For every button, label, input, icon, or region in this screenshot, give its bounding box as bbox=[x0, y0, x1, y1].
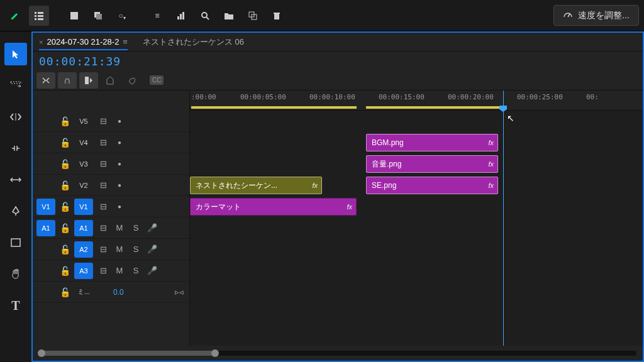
track-select-tool[interactable] bbox=[4, 74, 27, 97]
settings-button[interactable] bbox=[122, 72, 141, 89]
source-a1[interactable]: A1 bbox=[36, 220, 55, 236]
timeline-content[interactable]: :00:00 00:00:05:00 00:00:10:00 00:00:15:… bbox=[190, 90, 643, 346]
current-timecode[interactable]: 00:00:21:39 bbox=[39, 55, 121, 68]
nest-button[interactable] bbox=[36, 72, 55, 89]
selection-tool[interactable] bbox=[4, 43, 27, 65]
align-button[interactable]: ≡ bbox=[147, 6, 167, 26]
snap-button[interactable]: ∩ bbox=[58, 72, 77, 89]
voice-icon[interactable]: 🎤 bbox=[146, 265, 158, 277]
work-area-bar[interactable] bbox=[191, 106, 357, 109]
lock-icon[interactable]: 🔓 bbox=[59, 202, 70, 212]
track-headers: 🔓V5⊟ 🔓V4⊟ 🔓V3⊟ 🔓V2⊟ V1🔓V1⊟ A1🔓A1⊟MS🎤 🔓A2… bbox=[33, 90, 190, 346]
track-header-v4[interactable]: 🔓V4⊟ bbox=[33, 132, 189, 153]
tab-menu-icon[interactable]: ≡ bbox=[123, 37, 128, 47]
lock-icon[interactable]: 🔓 bbox=[59, 223, 70, 233]
tab-label: 2024-07-30 21-28-2 bbox=[47, 37, 119, 47]
toggle-output-icon[interactable]: ⊟ bbox=[97, 115, 109, 128]
tool-rail: T bbox=[0, 31, 31, 362]
tab-inactive-sequence[interactable]: ネストされたシーケンス 06 bbox=[143, 36, 244, 48]
delete-button[interactable] bbox=[267, 6, 287, 26]
bars-button[interactable] bbox=[171, 6, 191, 26]
clip-color-matte[interactable]: カラーマットfx bbox=[190, 198, 357, 216]
mute-button[interactable]: M bbox=[113, 265, 126, 277]
zoom-handle-left[interactable] bbox=[38, 349, 45, 357]
toggle-output-icon[interactable]: ⊟ bbox=[97, 179, 109, 192]
speed-adjust-button[interactable]: 速度を調整... bbox=[553, 5, 639, 26]
lock-icon[interactable]: 🔓 bbox=[59, 138, 70, 148]
playhead[interactable] bbox=[503, 90, 504, 346]
lock-icon[interactable]: 🔓 bbox=[59, 287, 70, 297]
insert-mode-icon[interactable] bbox=[5, 6, 25, 26]
lock-icon[interactable]: 🔓 bbox=[59, 159, 70, 169]
track-header-a3[interactable]: 🔓A3⊟MS🎤 bbox=[33, 260, 189, 282]
lock-icon[interactable]: 🔓 bbox=[59, 180, 70, 190]
track-header-v2[interactable]: 🔓V2⊟ bbox=[33, 175, 189, 196]
speed-label: 速度を調整... bbox=[578, 10, 630, 21]
voice-icon[interactable]: 🎤 bbox=[146, 222, 158, 234]
zoom-handle-right[interactable] bbox=[211, 349, 219, 357]
rectangle-tool[interactable] bbox=[4, 231, 27, 254]
new-item-button[interactable] bbox=[64, 6, 84, 26]
toggle-output-icon[interactable]: ⊟ bbox=[97, 136, 109, 149]
folder-button[interactable] bbox=[219, 6, 239, 26]
source-v1[interactable]: V1 bbox=[36, 199, 55, 215]
stack-button[interactable] bbox=[88, 6, 108, 26]
clip-se[interactable]: SE.pngfx bbox=[366, 177, 498, 194]
eye-icon[interactable] bbox=[113, 158, 126, 170]
voice-icon[interactable]: 🎤 bbox=[146, 243, 158, 256]
clip-bgm[interactable]: BGM.pngfx bbox=[366, 134, 498, 151]
lock-icon[interactable]: 🔓 bbox=[59, 116, 70, 126]
track-header-v1[interactable]: V1🔓V1⊟ bbox=[33, 196, 189, 217]
linked-selection-button[interactable] bbox=[79, 72, 98, 89]
lock-icon[interactable]: 🔓 bbox=[59, 266, 70, 276]
eye-icon[interactable] bbox=[113, 179, 126, 192]
horizontal-scrollbar[interactable] bbox=[33, 346, 643, 361]
svg-rect-3 bbox=[38, 15, 43, 17]
close-icon[interactable]: × bbox=[39, 38, 43, 46]
eye-icon[interactable] bbox=[113, 136, 126, 149]
svg-line-18 bbox=[568, 14, 570, 17]
eye-icon[interactable] bbox=[113, 200, 126, 213]
captions-badge[interactable]: CC bbox=[150, 75, 164, 85]
ripple-edit-tool[interactable] bbox=[4, 106, 27, 128]
tab-active-sequence[interactable]: × 2024-07-30 21-28-2 ≡ bbox=[39, 37, 128, 50]
search-button[interactable] bbox=[195, 6, 215, 26]
svg-rect-22 bbox=[85, 77, 89, 84]
toggle-output-icon[interactable]: ⊟ bbox=[97, 158, 109, 170]
solo-button[interactable]: S bbox=[130, 243, 142, 256]
svg-rect-16 bbox=[274, 14, 279, 19]
mute-button[interactable]: M bbox=[113, 243, 126, 256]
clip-volume[interactable]: 音量.pngfx bbox=[366, 155, 498, 173]
track-header-v5[interactable]: 🔓V5⊟ bbox=[33, 111, 189, 132]
slip-tool[interactable] bbox=[4, 168, 27, 191]
solo-button[interactable]: S bbox=[130, 222, 142, 234]
svg-rect-0 bbox=[35, 12, 36, 14]
markers-button[interactable] bbox=[101, 72, 119, 89]
lock-icon[interactable]: 🔓 bbox=[59, 244, 70, 255]
track-header-a1[interactable]: A1🔓A1⊟MS🎤 bbox=[33, 217, 189, 239]
pen-tool[interactable] bbox=[4, 200, 27, 222]
toggle-output-icon[interactable]: ⊟ bbox=[97, 243, 109, 256]
mute-button[interactable]: M bbox=[113, 222, 126, 234]
list-view-button[interactable] bbox=[29, 6, 49, 26]
track-header-a2[interactable]: 🔓A2⊟MS🎤 bbox=[33, 239, 189, 260]
timeline-controls: ∩ CC bbox=[33, 70, 643, 90]
keyframe-button[interactable]: ○▾ bbox=[112, 6, 132, 26]
solo-button[interactable]: S bbox=[130, 265, 142, 277]
expand-icon[interactable]: ▹◃ bbox=[173, 286, 186, 299]
toggle-output-icon[interactable]: ⊟ bbox=[97, 200, 109, 213]
toggle-output-icon[interactable]: ⊟ bbox=[97, 222, 109, 234]
time-ruler[interactable]: :00:00 00:00:05:00 00:00:10:00 00:00:15:… bbox=[190, 90, 643, 111]
eye-icon[interactable] bbox=[113, 115, 126, 128]
duplicate-button[interactable] bbox=[243, 6, 263, 26]
toggle-output-icon[interactable]: ⊟ bbox=[97, 265, 109, 277]
track-header-v3[interactable]: 🔓V3⊟ bbox=[33, 153, 189, 175]
razor-tool[interactable] bbox=[4, 137, 27, 160]
work-area-bar[interactable] bbox=[366, 106, 504, 109]
clip-nested-sequence[interactable]: ネストされたシーケン...fx bbox=[190, 177, 322, 194]
hand-tool[interactable] bbox=[4, 263, 27, 285]
svg-line-13 bbox=[206, 17, 209, 19]
type-tool[interactable]: T bbox=[4, 294, 27, 317]
mix-value[interactable]: 0.0 bbox=[113, 288, 124, 297]
track-header-mix[interactable]: 🔓ミ...0.0▹◃ bbox=[33, 282, 189, 303]
